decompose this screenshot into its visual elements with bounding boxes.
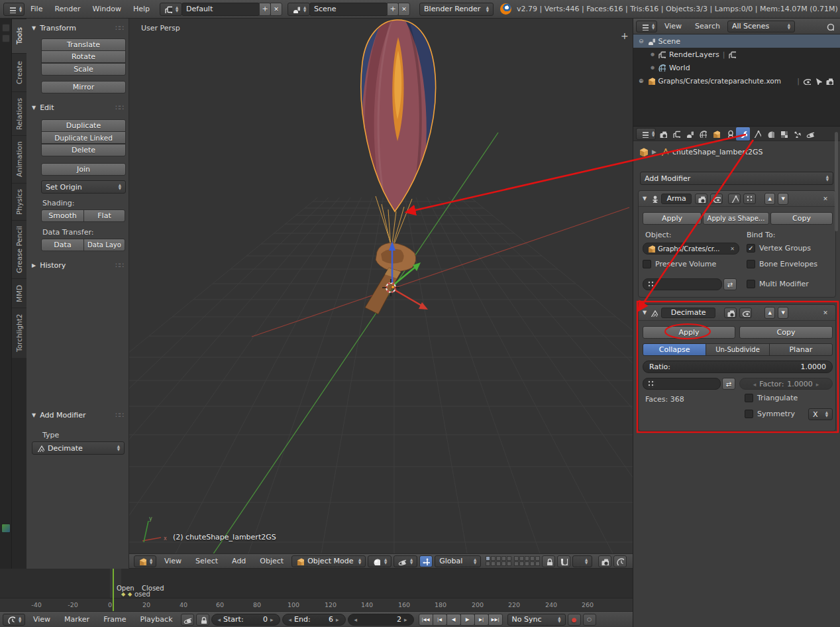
menu-window[interactable]: Window <box>87 5 127 13</box>
tab-object[interactable] <box>709 128 722 140</box>
snap-toggle[interactable] <box>557 555 570 567</box>
scene-delete-button[interactable]: ✕ <box>398 3 410 16</box>
current-frame-field[interactable]: 2 <box>348 614 414 626</box>
parachute-model[interactable] <box>348 19 444 314</box>
bone-envelopes-checkbox-row[interactable]: Bone Envelopes <box>747 260 817 268</box>
panel-toggle-icon[interactable] <box>2 24 10 32</box>
lock-time-toggle[interactable] <box>196 614 209 626</box>
menu-view[interactable]: View <box>158 557 187 565</box>
add-modifier-dropdown[interactable]: Add Modifier <box>640 172 833 185</box>
delete-button[interactable]: Delete <box>41 144 126 156</box>
properties-scrollbar[interactable] <box>835 132 838 231</box>
tab-world[interactable] <box>696 128 709 140</box>
keying-set-button[interactable]: ○ <box>583 614 596 626</box>
frame-end-field[interactable]: End: 6 <box>282 614 346 626</box>
opengl-render-anim-button[interactable] <box>613 555 627 567</box>
tab-object-data[interactable] <box>751 128 763 140</box>
menu-frame[interactable]: Frame <box>97 615 132 624</box>
armature-vertex-group-field[interactable] <box>643 278 722 290</box>
modifier-viewport-toggle[interactable] <box>739 308 752 318</box>
outliner-row-world[interactable]: ● World <box>633 61 840 74</box>
play-reverse-button[interactable]: ◀ <box>446 614 461 626</box>
modifier-close-button[interactable]: ✕ <box>819 308 831 318</box>
toolshelf-tab-create[interactable]: Create <box>12 53 26 91</box>
toolshelf-tab-relations[interactable]: Relations <box>12 91 26 135</box>
menu-view[interactable]: View <box>658 22 688 30</box>
screen-layout-delete-button[interactable]: ✕ <box>270 3 282 16</box>
tab-material[interactable] <box>764 128 776 140</box>
opengl-render-still-button[interactable] <box>598 555 611 567</box>
panel-toggle-icon[interactable] <box>2 34 10 42</box>
toolshelf-tab-torchlight2[interactable]: Torchlight2 <box>12 308 26 358</box>
modifier-move-down-button[interactable]: ▼ <box>778 307 788 319</box>
armature-apply-as-shape-button[interactable]: Apply as Shape... <box>703 212 769 225</box>
data-transfer-data-button[interactable]: Data <box>41 239 84 251</box>
history-panel-header[interactable]: ▶ History <box>32 261 66 270</box>
manipulator-translate-toggle[interactable] <box>419 555 433 567</box>
menu-help[interactable]: Help <box>127 5 156 13</box>
modifier-move-up-button[interactable]: ▲ <box>764 307 775 319</box>
editor-type-info-button[interactable] <box>3 3 25 16</box>
panel-drag-dots[interactable]: ∷∷ <box>115 24 123 32</box>
frame-start-field[interactable]: Start: 0 <box>211 614 280 626</box>
modifier-type-dropdown[interactable]: Decimate <box>32 441 125 455</box>
breadcrumb-object-icon[interactable] <box>639 147 648 156</box>
menu-search[interactable]: Search <box>689 22 726 30</box>
toolshelf-tab-tools[interactable]: Tools <box>12 19 26 53</box>
ratio-slider[interactable]: Ratio: 1.0000 <box>643 361 833 373</box>
scene-field[interactable]: Scene <box>309 3 388 16</box>
modifier-cage-toggle[interactable] <box>743 194 756 204</box>
translate-button[interactable]: Translate <box>41 38 126 51</box>
selectability-cursor-icon[interactable] <box>814 77 822 85</box>
outliner-scope-dropdown[interactable]: All Scenes <box>727 21 795 32</box>
panel-drag-dots[interactable]: ∷∷ <box>115 103 123 112</box>
vertex-groups-checkbox[interactable] <box>747 244 755 253</box>
visibility-eye-icon[interactable] <box>803 77 811 85</box>
decimate-vertex-group-field[interactable] <box>643 378 721 390</box>
render-engine-dropdown[interactable]: Blender Render <box>419 3 494 16</box>
toolshelf-tab-animation[interactable]: Animation <box>12 135 26 183</box>
decimate-apply-button[interactable]: Apply <box>643 326 735 339</box>
breadcrumb-mesh-icon[interactable] <box>660 148 668 156</box>
modifier-move-down-button[interactable]: ▼ <box>778 193 788 205</box>
menu-playback[interactable]: Playback <box>134 615 178 624</box>
lock-to-scene-toggle[interactable] <box>542 555 555 567</box>
transform-panel-header[interactable]: ▼ Transform <box>32 24 76 32</box>
color-swatch-icon[interactable] <box>1 524 11 533</box>
modifier-move-up-button[interactable]: ▲ <box>764 193 775 205</box>
symmetry-axis-dropdown[interactable]: X <box>808 408 833 420</box>
region-expand-plus-icon[interactable]: + <box>621 30 629 41</box>
play-button[interactable]: ▶ <box>460 614 475 626</box>
data-transfer-layout-button[interactable]: Data Layo <box>83 239 125 251</box>
toolshelf-tab-physics[interactable]: Physics <box>12 183 26 220</box>
snap-target-dropdown[interactable] <box>572 555 592 567</box>
renderability-camera-icon[interactable] <box>825 77 833 85</box>
panel-drag-dots[interactable]: ∷∷ <box>115 411 123 420</box>
add-modifier-panel-header[interactable]: ▼ Add Modifier <box>32 411 85 420</box>
screen-layout-browse-button[interactable] <box>160 3 182 16</box>
menu-marker[interactable]: Marker <box>58 615 95 624</box>
modifier-render-toggle[interactable] <box>695 194 708 204</box>
screen-layout-add-button[interactable]: + <box>259 3 271 16</box>
renderlayer-chip-icon[interactable] <box>728 50 736 58</box>
mirror-button[interactable]: Mirror <box>41 81 126 93</box>
outliner-row-scene[interactable]: ⊖ Scene <box>633 34 840 48</box>
marker-diamond-icon[interactable]: ◆ <box>121 591 125 597</box>
preserve-volume-checkbox-row[interactable]: Preserve Volume <box>643 260 716 268</box>
triangulate-checkbox[interactable] <box>745 394 753 402</box>
timeline-ruler[interactable]: -40 -20 0 20 40 60 80 100 120 140 160 18… <box>0 598 633 611</box>
breadcrumb-object-name[interactable]: chuteShape_lambert2GS <box>672 148 763 156</box>
menu-view[interactable]: View <box>27 615 56 624</box>
set-origin-dropdown[interactable]: Set Origin <box>41 180 126 194</box>
decimate-copy-button[interactable]: Copy <box>739 326 833 339</box>
menu-object[interactable]: Object <box>254 557 289 565</box>
clear-object-icon[interactable]: ✕ <box>730 246 735 252</box>
viewport-3d[interactable]: User Persp + x y (2) chuteShape_lambert2… <box>129 19 633 553</box>
editor-type-timeline-button[interactable] <box>3 614 25 626</box>
preserve-volume-checkbox[interactable] <box>643 260 651 268</box>
jump-to-end-button[interactable]: ▶▶| <box>488 614 503 626</box>
sync-dropdown[interactable]: No Sync <box>507 614 566 626</box>
jump-next-keyframe-button[interactable]: ▶| <box>474 614 489 626</box>
mode-unsubdivide-tab[interactable]: Un-Subdivide <box>706 343 769 356</box>
multi-modifier-checkbox[interactable] <box>747 280 755 288</box>
